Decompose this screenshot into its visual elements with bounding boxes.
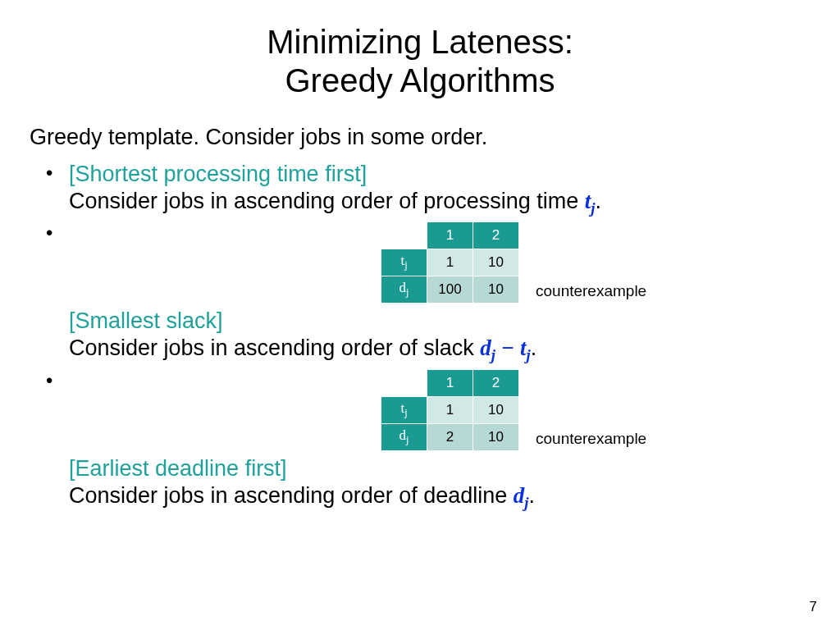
bullet-item-edf: 1 2 tj 1 10 dj 2 10 counterexample bbox=[69, 369, 810, 512]
col-header: 2 bbox=[473, 370, 518, 396]
math-var-tj: tj bbox=[520, 336, 531, 360]
math-var-dj: dj bbox=[480, 336, 495, 360]
math-var-dj: dj bbox=[514, 483, 529, 508]
counterexample-table-1: 1 2 tj 1 10 dj 100 10 bbox=[381, 221, 519, 304]
empty-cell bbox=[381, 222, 427, 249]
counterexample-label: counterexample bbox=[536, 282, 646, 304]
col-header: 2 bbox=[473, 222, 518, 249]
math-minus: − bbox=[495, 336, 520, 360]
data-cell: 1 bbox=[427, 249, 472, 276]
math-var-tj: tj bbox=[585, 189, 596, 213]
counterexample-table-2: 1 2 tj 1 10 dj 2 10 bbox=[381, 369, 519, 451]
item-desc: Consider jobs in ascending order of dead… bbox=[69, 483, 810, 512]
item-heading: [Smallest slack] bbox=[69, 308, 810, 334]
title-line-1: Minimizing Lateness: bbox=[267, 24, 573, 60]
slide: Minimizing Lateness: Greedy Algorithms G… bbox=[0, 0, 840, 630]
table-row-1: 1 2 tj 1 10 dj 100 10 counterexample bbox=[381, 221, 810, 304]
row-header-tj: tj bbox=[381, 397, 427, 423]
table-row-2: 1 2 tj 1 10 dj 2 10 counterexample bbox=[381, 369, 810, 451]
item-heading: [Shortest processing time first] bbox=[69, 162, 810, 187]
col-header: 1 bbox=[427, 370, 472, 396]
page-number: 7 bbox=[810, 599, 817, 615]
item-heading: [Earliest deadline first] bbox=[69, 456, 810, 482]
row-header-dj: dj bbox=[381, 424, 427, 450]
data-cell: 1 bbox=[427, 397, 472, 423]
bullet-list: [Shortest processing time first] Conside… bbox=[30, 162, 810, 512]
row-header-dj: dj bbox=[381, 276, 427, 303]
col-header: 1 bbox=[427, 222, 472, 249]
item-desc: Consider jobs in ascending order of slac… bbox=[69, 336, 810, 364]
data-cell: 10 bbox=[473, 276, 518, 303]
data-cell: 2 bbox=[427, 424, 472, 450]
title-line-2: Greedy Algorithms bbox=[285, 62, 555, 98]
data-cell: 10 bbox=[473, 424, 518, 450]
row-header-tj: tj bbox=[381, 249, 427, 276]
slide-title: Minimizing Lateness: Greedy Algorithms bbox=[30, 23, 810, 100]
intro-text: Greedy template. Consider jobs in some o… bbox=[30, 125, 810, 150]
bullet-item-slack: 1 2 tj 1 10 dj 100 10 counterexample bbox=[69, 221, 810, 364]
data-cell: 100 bbox=[427, 276, 472, 303]
data-cell: 10 bbox=[473, 397, 518, 423]
data-cell: 10 bbox=[473, 249, 518, 276]
counterexample-label: counterexample bbox=[536, 430, 646, 451]
empty-cell bbox=[381, 370, 427, 396]
item-desc: Consider jobs in ascending order of proc… bbox=[69, 189, 810, 217]
